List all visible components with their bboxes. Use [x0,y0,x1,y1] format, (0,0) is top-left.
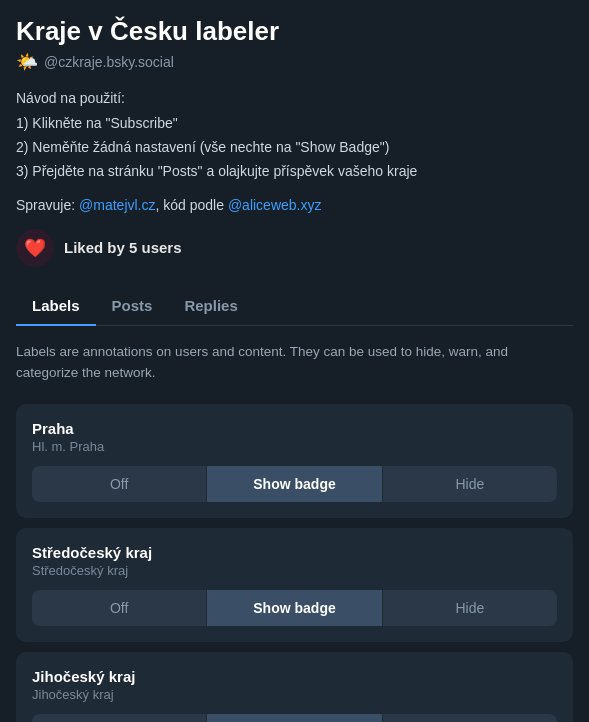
btn-hide-praha[interactable]: Hide [383,466,557,502]
btn-group-stredocesky: Off Show badge Hide [32,590,557,626]
label-card-stredocesky: Středočeský kraj Středočeský kraj Off Sh… [16,528,573,642]
btn-group-praha: Off Show badge Hide [32,466,557,502]
label-name-praha: Praha [32,420,557,437]
btn-off-jihocesky[interactable]: Off [32,714,207,722]
btn-hide-stredocesky[interactable]: Hide [383,590,557,626]
label-card-praha: Praha Hl. m. Praha Off Show badge Hide [16,404,573,518]
label-card-jihocesky: Jihočeský kraj Jihočeský kraj Off Show b… [16,652,573,722]
description-intro: Návod na použití: [16,87,573,109]
tab-posts[interactable]: Posts [96,287,169,326]
label-name-stredocesky: Středočeský kraj [32,544,557,561]
tabs-bar: Labels Posts Replies [16,287,573,326]
labels-list: Praha Hl. m. Praha Off Show badge Hide S… [16,404,573,722]
description-block: Návod na použití: 1) Klikněte na "Subscr… [16,87,573,183]
manager-link[interactable]: @matejvl.cz [79,197,155,213]
description-step-2: 2) Neměňte žádná nastavení (vše nechte n… [16,136,573,158]
separator: , kód podle [156,197,225,213]
handle-row: 🌤️ @czkraje.bsky.social [16,51,573,73]
label-name-jihocesky: Jihočeský kraj [32,668,557,685]
label-subtitle-praha: Hl. m. Praha [32,439,557,454]
labels-description: Labels are annotations on users and cont… [16,326,573,394]
liked-text: Liked by 5 users [64,239,182,256]
btn-group-jihocesky: Off Show badge Hide [32,714,557,722]
description-step-1: 1) Klikněte na "Subscribe" [16,112,573,134]
handle-text: @czkraje.bsky.social [44,54,174,70]
page-title: Kraje v Česku labeler [16,16,573,47]
label-subtitle-jihocesky: Jihočeský kraj [32,687,557,702]
page-container: Kraje v Česku labeler 🌤️ @czkraje.bsky.s… [0,0,589,722]
btn-hide-jihocesky[interactable]: Hide [383,714,557,722]
liked-heart-icon: ❤️ [16,229,54,267]
tab-replies[interactable]: Replies [168,287,253,326]
code-author-link[interactable]: @aliceweb.xyz [228,197,322,213]
btn-off-stredocesky[interactable]: Off [32,590,207,626]
btn-off-praha[interactable]: Off [32,466,207,502]
managed-by-label: Spravuje: [16,197,75,213]
tab-labels[interactable]: Labels [16,287,96,326]
btn-showbadge-stredocesky[interactable]: Show badge [207,590,382,626]
btn-showbadge-jihocesky[interactable]: Show badge [207,714,382,722]
handle-icon: 🌤️ [16,51,38,73]
label-subtitle-stredocesky: Středočeský kraj [32,563,557,578]
btn-showbadge-praha[interactable]: Show badge [207,466,382,502]
liked-row: ❤️ Liked by 5 users [16,229,573,267]
description-step-3: 3) Přejděte na stránku "Posts" a olajkuj… [16,160,573,182]
managed-by-row: Spravuje: @matejvl.cz, kód podle @alicew… [16,197,573,213]
